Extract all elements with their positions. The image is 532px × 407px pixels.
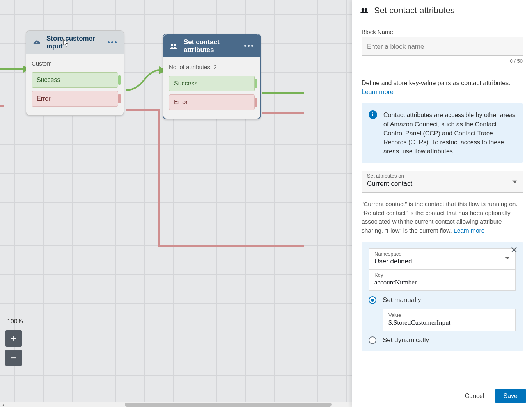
- value-input[interactable]: Value $.StoredCustomerInput: [383, 309, 516, 331]
- key-value: accountNumber: [374, 279, 510, 286]
- namespace-label: Namespace: [374, 251, 412, 257]
- panel-footer: Cancel Save: [352, 385, 532, 407]
- panel-header: Set contact attributes: [352, 0, 532, 21]
- svg-point-6: [365, 8, 367, 11]
- cancel-button[interactable]: Cancel: [457, 389, 492, 403]
- panel-description: Define and store key-value pairs as cont…: [362, 78, 523, 96]
- value-label: Value: [388, 312, 510, 318]
- learn-more-link-2[interactable]: Learn more: [454, 227, 484, 234]
- value-value: $.StoredCustomerInput: [388, 319, 510, 327]
- learn-more-link[interactable]: Learn more: [362, 89, 394, 95]
- key-label: Key: [374, 272, 510, 278]
- save-button[interactable]: Save: [495, 389, 526, 403]
- radio-button[interactable]: [369, 336, 376, 344]
- helper-text: “Current contact” is the contact that th…: [362, 200, 523, 235]
- chevron-down-icon: [512, 181, 517, 183]
- key-input[interactable]: Key accountNumber: [369, 270, 516, 291]
- block-name-label: Block Name: [362, 28, 523, 35]
- radio-label: Set dynamically: [383, 336, 429, 344]
- panel-title: Set contact attributes: [374, 5, 455, 16]
- select-label: Set attributes on: [367, 173, 404, 179]
- properties-panel: Set contact attributes Block Name 0 / 50…: [352, 0, 532, 407]
- namespace-select[interactable]: Namespace User defined: [369, 248, 516, 270]
- radio-label: Set manually: [383, 296, 421, 304]
- description-text: Define and store key-value pairs as cont…: [362, 80, 511, 86]
- info-icon: i: [369, 110, 377, 119]
- svg-point-5: [362, 8, 364, 11]
- panel-body[interactable]: Block Name 0 / 50 Define and store key-v…: [352, 21, 532, 385]
- info-callout: i Contact attributes are accessible by o…: [362, 103, 523, 163]
- contact-card-icon: [360, 7, 369, 14]
- remove-attribute-button[interactable]: [510, 246, 518, 254]
- attribute-card: Namespace User defined Key accountNumber…: [362, 242, 523, 351]
- set-attributes-on-select[interactable]: Set attributes on Current contact: [362, 171, 523, 193]
- radio-button[interactable]: [369, 296, 376, 304]
- radio-set-dynamically[interactable]: Set dynamically: [369, 336, 516, 344]
- block-name-counter: 0 / 50: [362, 58, 523, 64]
- namespace-value: User defined: [374, 258, 412, 265]
- helper-body: “Current contact” is the contact that th…: [362, 201, 518, 233]
- select-value: Current contact: [367, 180, 517, 188]
- block-name-input[interactable]: [362, 37, 523, 56]
- radio-set-manually[interactable]: Set manually: [369, 296, 516, 304]
- info-text: Contact attributes are accessible by oth…: [383, 110, 516, 156]
- chevron-down-icon: [505, 257, 510, 259]
